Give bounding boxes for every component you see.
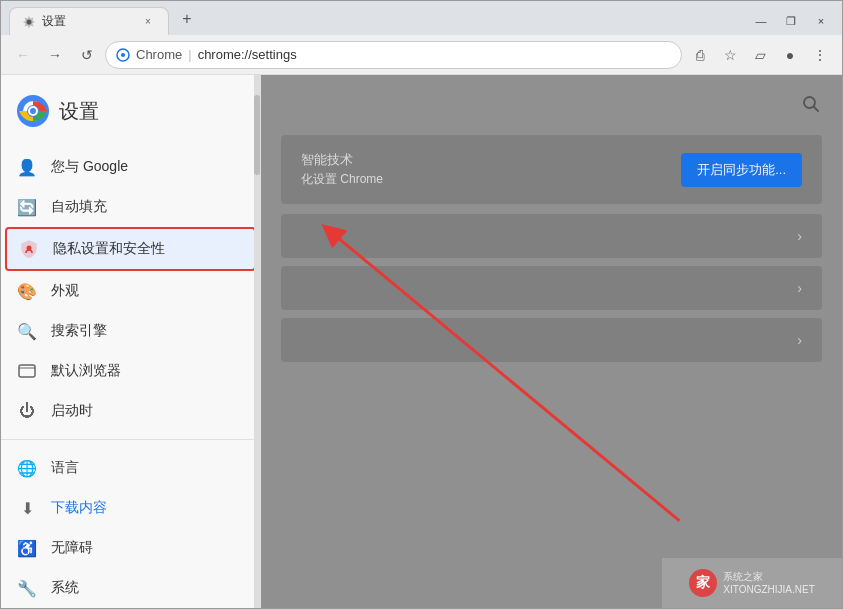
- svg-rect-10: [19, 365, 35, 377]
- reload-button[interactable]: ↺: [73, 41, 101, 69]
- sidebar-item-search[interactable]: 🔍 搜索引擎: [1, 311, 260, 351]
- settings-row-3[interactable]: ›: [281, 318, 822, 362]
- chrome-logo-icon: [17, 95, 49, 127]
- tab-favicon-icon: [22, 15, 36, 29]
- card-text: 智能技术 化设置 Chrome: [301, 151, 383, 188]
- url-origin: Chrome: [136, 47, 182, 62]
- nav-divider: [1, 439, 260, 440]
- sidebar: 设置 👤 您与 Google 🔄 自动填充: [1, 75, 261, 608]
- sidebar-item-downloads-label: 下载内容: [51, 499, 107, 517]
- sync-card: 智能技术 化设置 Chrome 开启同步功能...: [281, 135, 822, 204]
- sidebar-item-startup[interactable]: ⏻ 启动时: [1, 391, 260, 431]
- sidebar-item-privacy-label: 隐私设置和安全性: [53, 240, 165, 258]
- main-content: 智能技术 化设置 Chrome 开启同步功能... › › ›: [261, 75, 842, 608]
- split-view-button[interactable]: ▱: [746, 41, 774, 69]
- close-button[interactable]: ×: [808, 11, 834, 31]
- watermark-url: XITONGZHIJIA.NET: [723, 583, 815, 596]
- sidebar-scrollbar[interactable]: [254, 75, 260, 608]
- sidebar-header: 设置: [1, 75, 260, 143]
- tab-title: 设置: [42, 13, 66, 30]
- downloads-icon: ⬇: [17, 498, 37, 518]
- browser-body: 设置 👤 您与 Google 🔄 自动填充: [1, 75, 842, 608]
- sidebar-item-language[interactable]: 🌐 语言: [1, 448, 260, 488]
- sidebar-item-default-browser[interactable]: 默认浏览器: [1, 351, 260, 391]
- chevron-right-icon-1: ›: [797, 228, 802, 244]
- address-bar[interactable]: Chrome | chrome://settings: [105, 41, 682, 69]
- language-icon: 🌐: [17, 458, 37, 478]
- chevron-right-icon-2: ›: [797, 280, 802, 296]
- bookmark-button[interactable]: ☆: [716, 41, 744, 69]
- settings-row-2[interactable]: ›: [281, 266, 822, 310]
- settings-row-1[interactable]: ›: [281, 214, 822, 258]
- forward-button[interactable]: →: [41, 41, 69, 69]
- sidebar-item-google[interactable]: 👤 您与 Google: [1, 147, 260, 187]
- security-icon: [116, 48, 130, 62]
- sidebar-scrollbar-thumb[interactable]: [254, 95, 260, 175]
- chevron-right-icon-3: ›: [797, 332, 802, 348]
- svg-point-1: [27, 19, 31, 23]
- sidebar-item-system[interactable]: 🔧 系统: [1, 568, 260, 608]
- sidebar-item-appearance-label: 外观: [51, 282, 79, 300]
- new-tab-button[interactable]: +: [173, 5, 201, 33]
- system-icon: 🔧: [17, 578, 37, 598]
- minimize-button[interactable]: —: [748, 11, 774, 31]
- sidebar-item-system-label: 系统: [51, 579, 79, 597]
- watermark-text: 系统之家 XITONGZHIJIA.NET: [723, 570, 815, 596]
- google-icon: 👤: [17, 157, 37, 177]
- share-button[interactable]: ⎙: [686, 41, 714, 69]
- enable-sync-button[interactable]: 开启同步功能...: [681, 153, 802, 187]
- toolbar: ← → ↺ Chrome | chrome://settings ⎙ ☆ ▱ ●…: [1, 35, 842, 75]
- tab-strip: 设置 × +: [9, 5, 748, 35]
- sidebar-item-accessibility-label: 无障碍: [51, 539, 93, 557]
- autofill-icon: 🔄: [17, 197, 37, 217]
- watermark-logo: 家: [689, 569, 717, 597]
- active-tab[interactable]: 设置 ×: [9, 7, 169, 35]
- svg-line-13: [814, 107, 819, 112]
- profile-button[interactable]: ●: [776, 41, 804, 69]
- svg-point-8: [30, 108, 36, 114]
- startup-icon: ⏻: [17, 401, 37, 421]
- sidebar-item-default-browser-label: 默认浏览器: [51, 362, 121, 380]
- sidebar-item-appearance[interactable]: 🎨 外观: [1, 271, 260, 311]
- url-path: chrome://settings: [198, 47, 297, 62]
- sidebar-item-autofill-label: 自动填充: [51, 198, 107, 216]
- watermark: 家 系统之家 XITONGZHIJIA.NET: [662, 558, 842, 608]
- sidebar-item-privacy[interactable]: 隐私设置和安全性: [5, 227, 256, 271]
- sidebar-item-startup-label: 启动时: [51, 402, 93, 420]
- sidebar-item-downloads[interactable]: ⬇ 下载内容: [1, 488, 260, 528]
- default-browser-icon: [17, 361, 37, 381]
- card-text-line2: 化设置 Chrome: [301, 171, 383, 188]
- search-icon: [802, 95, 820, 113]
- sidebar-item-accessibility[interactable]: ♿ 无障碍: [1, 528, 260, 568]
- window-controls: — ❐ ×: [748, 11, 834, 31]
- sidebar-navigation: 👤 您与 Google 🔄 自动填充: [1, 143, 260, 608]
- settings-search-button[interactable]: [796, 89, 826, 119]
- appearance-icon: 🎨: [17, 281, 37, 301]
- restore-button[interactable]: ❐: [778, 11, 804, 31]
- url-separator: |: [188, 47, 191, 62]
- watermark-icon-text: 家: [696, 574, 710, 592]
- back-button[interactable]: ←: [9, 41, 37, 69]
- menu-button[interactable]: ⋮: [806, 41, 834, 69]
- watermark-site: 系统之家: [723, 570, 815, 583]
- svg-point-3: [121, 53, 125, 57]
- sidebar-item-autofill[interactable]: 🔄 自动填充: [1, 187, 260, 227]
- search-engine-icon: 🔍: [17, 321, 37, 341]
- sidebar-title: 设置: [59, 98, 99, 125]
- sidebar-item-google-label: 您与 Google: [51, 158, 128, 176]
- tab-close-button[interactable]: ×: [140, 14, 156, 30]
- title-bar: 设置 × + — ❐ ×: [1, 1, 842, 35]
- sidebar-item-language-label: 语言: [51, 459, 79, 477]
- browser-window: 设置 × + — ❐ × ← → ↺ Chrome | chrome://set…: [0, 0, 843, 609]
- sidebar-item-search-label: 搜索引擎: [51, 322, 107, 340]
- card-text-line1: 智能技术: [301, 151, 383, 169]
- privacy-icon: [19, 239, 39, 259]
- accessibility-icon: ♿: [17, 538, 37, 558]
- toolbar-right: ⎙ ☆ ▱ ● ⋮: [686, 41, 834, 69]
